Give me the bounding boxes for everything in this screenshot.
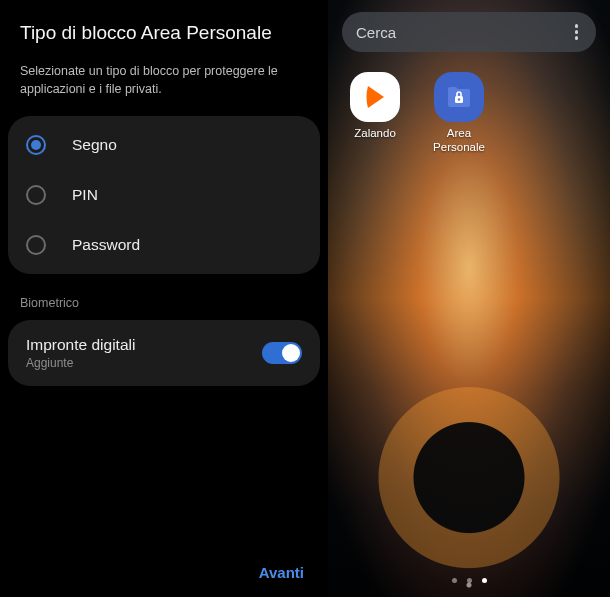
- app-zalando[interactable]: Zalando: [342, 72, 408, 155]
- page-title: Tipo di blocco Area Personale: [0, 0, 328, 54]
- fingerprint-switch[interactable]: [262, 342, 302, 364]
- app-label: Area Personale: [433, 127, 485, 155]
- page-dot: [467, 578, 472, 583]
- fingerprint-text: Impronte digitali Aggiunte: [26, 336, 135, 370]
- radio-unselected-icon: [26, 185, 46, 205]
- app-secure-folder[interactable]: Area Personale: [426, 72, 492, 155]
- zalando-icon: [350, 72, 400, 122]
- apps-row: Zalando Area Personale: [342, 72, 492, 155]
- page-dot: [452, 578, 457, 583]
- option-pin[interactable]: PIN: [8, 170, 320, 220]
- kebab-menu-icon[interactable]: [571, 20, 583, 44]
- svg-point-1: [458, 98, 460, 100]
- radio-unselected-icon: [26, 235, 46, 255]
- lock-type-settings-panel: Tipo di blocco Area Personale Selezionat…: [0, 0, 328, 597]
- fingerprint-title: Impronte digitali: [26, 336, 135, 354]
- fingerprint-subtitle: Aggiunte: [26, 356, 135, 370]
- option-pattern[interactable]: Segno: [8, 120, 320, 170]
- app-label: Zalando: [354, 127, 396, 141]
- radio-selected-icon: [26, 135, 46, 155]
- biometric-section-label: Biometrico: [0, 274, 328, 320]
- home-screen-panel: Cerca Zalando Area Personale: [328, 0, 610, 597]
- secure-folder-icon: [434, 72, 484, 122]
- lock-type-options: Segno PIN Password: [8, 116, 320, 274]
- option-password[interactable]: Password: [8, 220, 320, 270]
- option-label: Segno: [72, 136, 117, 154]
- search-bar[interactable]: Cerca: [342, 12, 596, 52]
- option-label: PIN: [72, 186, 98, 204]
- page-indicator[interactable]: [328, 578, 610, 583]
- page-dot-active: [482, 578, 487, 583]
- search-placeholder: Cerca: [356, 24, 396, 41]
- next-button[interactable]: Avanti: [259, 564, 304, 581]
- fingerprint-toggle-card[interactable]: Impronte digitali Aggiunte: [8, 320, 320, 386]
- option-label: Password: [72, 236, 140, 254]
- page-subtitle: Selezionate un tipo di blocco per proteg…: [0, 54, 328, 116]
